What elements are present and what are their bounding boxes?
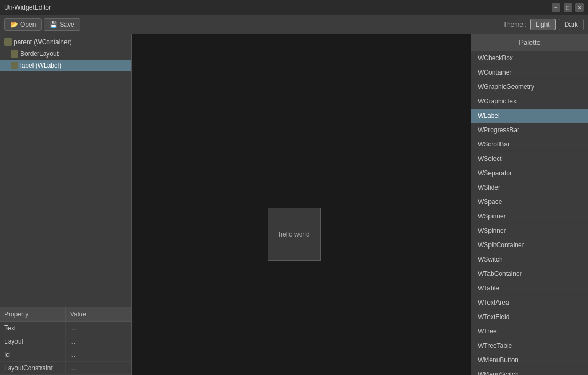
palette-item[interactable]: WTable [471, 281, 588, 296]
property-row[interactable]: Layout... [0, 335, 131, 348]
properties-header: Property Value [0, 307, 131, 322]
palette-item[interactable]: WGraphicGeometry [471, 80, 588, 94]
save-button[interactable]: 💾 Save [44, 18, 80, 31]
palette-item[interactable]: WTextField [471, 310, 588, 324]
tree-item[interactable]: BorderLayout [0, 48, 131, 60]
widget-text: hello world [279, 231, 309, 238]
palette-item[interactable]: WSeparator [471, 166, 588, 181]
tree-item-icon [11, 50, 18, 58]
property-value: ... [66, 362, 131, 374]
palette-item[interactable]: WProgressBar [471, 123, 588, 137]
tree-item[interactable]: label (WLabel) [0, 60, 131, 71]
palette-item[interactable]: WContainer [471, 66, 588, 80]
property-name: Text [0, 322, 66, 335]
open-icon: 📂 [10, 21, 18, 28]
palette-item[interactable]: WSpinner [471, 224, 588, 238]
palette-item[interactable]: WSplitContainer [471, 238, 588, 252]
main-area: parent (WContainer)BorderLayoutlabel (WL… [0, 34, 588, 375]
tree-item-label: label (WLabel) [20, 62, 61, 69]
palette-header: Palette [471, 34, 588, 51]
palette-item[interactable]: WCheckBox [471, 51, 588, 66]
property-name: Id [0, 348, 66, 361]
tree-item-label: parent (WContainer) [14, 38, 72, 46]
theme-dark-button[interactable]: Dark [559, 19, 584, 30]
palette-item[interactable]: WTreeTable [471, 339, 588, 353]
titlebar-title: Un-WidgetEditor [4, 4, 51, 11]
tree-item-label: BorderLayout [20, 50, 59, 58]
theme-light-button[interactable]: Light [530, 19, 556, 30]
property-value: ... [66, 348, 131, 361]
palette-item[interactable]: WTree [471, 324, 588, 339]
save-label: Save [60, 21, 74, 28]
palette-item[interactable]: WSwitch [471, 252, 588, 267]
palette-item[interactable]: WMenuSwitch [471, 368, 588, 375]
palette-item[interactable]: WGraphicText [471, 94, 588, 109]
palette-item[interactable]: WSpace [471, 195, 588, 209]
property-value: ... [66, 335, 131, 348]
property-row[interactable]: Id... [0, 348, 131, 362]
palette-item[interactable]: WLabel [471, 109, 588, 123]
properties-panel: Property Value Text...Layout...Id...Layo… [0, 307, 131, 375]
close-button[interactable]: ✕ [575, 3, 584, 12]
canvas-area[interactable]: hello world [132, 34, 471, 375]
tree-view: parent (WContainer)BorderLayoutlabel (WL… [0, 34, 131, 307]
minimize-button[interactable]: − [552, 3, 560, 12]
theme-area: Theme : Light Dark [503, 19, 584, 30]
palette-list: WCheckBoxWContainerWGraphicGeometryWGrap… [471, 51, 588, 375]
palette-item[interactable]: WSelect [471, 152, 588, 166]
palette-item[interactable]: WSpinner [471, 209, 588, 224]
property-name: LayoutConstraint [0, 362, 66, 374]
property-row[interactable]: LayoutConstraint... [0, 362, 131, 375]
property-row[interactable]: Text... [0, 322, 131, 335]
tree-item[interactable]: parent (WContainer) [0, 36, 131, 48]
palette-item[interactable]: WScrollBar [471, 137, 588, 152]
property-value: ... [66, 322, 131, 335]
tree-item-icon [11, 62, 18, 69]
open-button[interactable]: 📂 Open [4, 18, 42, 31]
palette-item[interactable]: WSlider [471, 181, 588, 195]
palette-item[interactable]: WMenuButton [471, 353, 588, 368]
property-col-header: Property [0, 307, 66, 321]
toolbar: 📂 Open 💾 Save Theme : Light Dark [0, 15, 588, 34]
open-label: Open [20, 21, 36, 28]
titlebar-controls: − □ ✕ [552, 3, 584, 12]
value-col-header: Value [66, 307, 131, 321]
palette-panel: Palette WCheckBoxWContainerWGraphicGeome… [471, 34, 588, 375]
save-icon: 💾 [49, 21, 57, 28]
palette-item[interactable]: WTextArea [471, 296, 588, 310]
tree-item-icon [4, 38, 12, 46]
widget-preview: hello world [268, 208, 321, 261]
palette-item[interactable]: WTabContainer [471, 267, 588, 281]
maximize-button[interactable]: □ [564, 3, 572, 12]
property-name: Layout [0, 335, 66, 348]
theme-label: Theme : [503, 21, 527, 28]
left-panel: parent (WContainer)BorderLayoutlabel (WL… [0, 34, 132, 375]
titlebar: Un-WidgetEditor − □ ✕ [0, 0, 588, 15]
properties-rows: Text...Layout...Id...LayoutConstraint... [0, 322, 131, 375]
